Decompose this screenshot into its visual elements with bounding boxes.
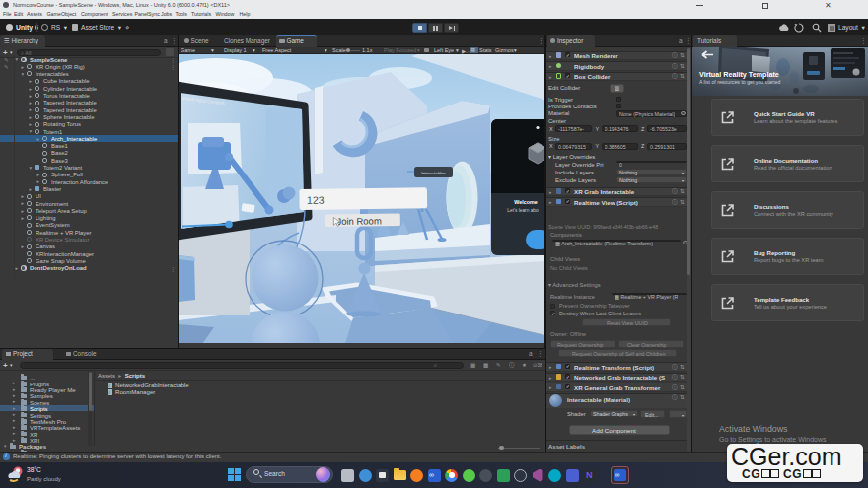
- svg-text:A list of resources to get you: A list of resources to get you started: [699, 79, 781, 85]
- svg-text:Virtual Reality Template: Virtual Reality Template: [699, 69, 779, 78]
- svg-text:123: 123: [307, 193, 325, 205]
- svg-text:Let's learn abo: Let's learn abo: [507, 208, 539, 213]
- svg-text:Interactables: Interactables: [421, 170, 446, 174]
- svg-text:Welcome: Welcome: [514, 199, 538, 205]
- svg-text:Join Room: Join Room: [336, 215, 382, 227]
